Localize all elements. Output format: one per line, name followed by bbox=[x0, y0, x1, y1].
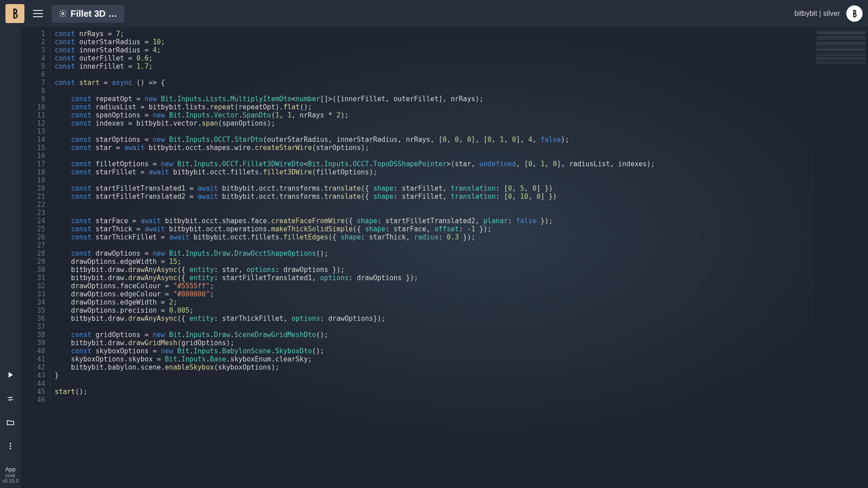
project-title-pill[interactable]: Fillet 3D … bbox=[52, 5, 124, 23]
code-line[interactable] bbox=[55, 209, 814, 217]
code-line[interactable]: drawOptions.edgeColour = "#000000"; bbox=[55, 290, 814, 298]
line-number: 21 bbox=[21, 192, 45, 201]
line-number: 9 bbox=[21, 95, 45, 103]
code-line[interactable]: const innerFillet = 1.7; bbox=[55, 62, 814, 70]
code-line[interactable] bbox=[55, 241, 814, 249]
code-line[interactable]: skyboxOptions.skybox = Bit.Inputs.Base.s… bbox=[55, 355, 814, 363]
code-line[interactable]: const skyboxOptions = new Bit.Inputs.Bab… bbox=[55, 347, 814, 355]
line-number: 39 bbox=[21, 339, 45, 347]
code-line[interactable]: const starOptions = new Bit.Inputs.OCCT.… bbox=[55, 136, 814, 144]
svg-point-2 bbox=[9, 446, 11, 447]
line-number: 24 bbox=[21, 217, 45, 225]
code-line[interactable]: bitbybit.draw.drawGridMesh(gridOptions); bbox=[55, 339, 814, 347]
code-area[interactable]: const nrRays = 7;const outerStarRadius =… bbox=[50, 27, 814, 488]
line-number: 32 bbox=[21, 282, 45, 290]
line-number: 36 bbox=[21, 314, 45, 323]
line-number: 5 bbox=[21, 62, 45, 70]
line-number: 42 bbox=[21, 363, 45, 371]
code-line[interactable]: drawOptions.faceColour = "#5555ff"; bbox=[55, 282, 814, 290]
line-number: 17 bbox=[21, 160, 45, 168]
line-gutter: 1234567891011121314151617181920212223242… bbox=[21, 27, 50, 488]
code-line[interactable] bbox=[55, 87, 814, 95]
code-line[interactable]: const innerStarRadius = 4; bbox=[55, 46, 814, 54]
line-number: 25 bbox=[21, 225, 45, 233]
code-line[interactable] bbox=[55, 323, 814, 331]
code-line[interactable] bbox=[55, 380, 814, 388]
code-line[interactable]: drawOptions.edgeWidth = 2; bbox=[55, 298, 814, 306]
line-number: 30 bbox=[21, 266, 45, 274]
code-line[interactable]: start(); bbox=[55, 388, 814, 396]
code-line[interactable]: bitbybit.draw.drawAnyAsync({ entity: sta… bbox=[55, 266, 814, 274]
editor[interactable]: 1234567891011121314151617181920212223242… bbox=[21, 27, 868, 488]
code-line[interactable] bbox=[55, 152, 814, 160]
code-line[interactable]: drawOptions.edgeWidth = 15; bbox=[55, 258, 814, 266]
logo-icon bbox=[9, 8, 20, 19]
logo-small-icon bbox=[850, 9, 859, 18]
code-line[interactable] bbox=[55, 396, 814, 404]
app-version-box: App core v0.15.0 bbox=[2, 466, 19, 483]
line-number: 13 bbox=[21, 127, 45, 136]
code-line[interactable]: drawOptions.precision = 0.005; bbox=[55, 306, 814, 314]
code-line[interactable]: const radiusList = bitbybit.lists.repeat… bbox=[55, 103, 814, 111]
code-line[interactable] bbox=[55, 70, 814, 79]
menu-button[interactable] bbox=[31, 6, 45, 21]
code-line[interactable]: const starThick = await bitbybit.occt.op… bbox=[55, 225, 814, 233]
line-number: 26 bbox=[21, 233, 45, 241]
app-logo[interactable] bbox=[5, 4, 24, 23]
code-line[interactable]: const nrRays = 7; bbox=[55, 30, 814, 38]
minimap[interactable] bbox=[814, 27, 868, 488]
line-number: 31 bbox=[21, 274, 45, 282]
app-version: v0.15.0 bbox=[2, 478, 19, 483]
code-line[interactable]: const filletOptions = new Bit.Inputs.OCC… bbox=[55, 160, 814, 168]
line-number: 41 bbox=[21, 355, 45, 363]
line-number: 7 bbox=[21, 79, 45, 87]
line-number: 35 bbox=[21, 306, 45, 314]
code-line[interactable]: const starFace = await bitbybit.occt.sha… bbox=[55, 217, 814, 225]
code-line[interactable]: const indexes = bitbybit.vector.span(spa… bbox=[55, 119, 814, 127]
code-line[interactable]: bitbybit.babylon.scene.enableSkybox(skyb… bbox=[55, 363, 814, 371]
svg-point-1 bbox=[9, 443, 11, 445]
code-line[interactable]: const startFilletTranslated1 = await bit… bbox=[55, 184, 814, 192]
code-line[interactable]: bitbybit.draw.drawAnyAsync({ entity: sta… bbox=[55, 314, 814, 323]
folder-icon[interactable] bbox=[5, 418, 16, 427]
code-line[interactable]: const starFillet = await bitbybit.occt.f… bbox=[55, 168, 814, 176]
code-line[interactable]: const starThickFillet = await bitbybit.o… bbox=[55, 233, 814, 241]
code-line[interactable]: bitbybit.draw.drawAnyAsync({ entity: sta… bbox=[55, 274, 814, 282]
svg-point-0 bbox=[62, 13, 64, 15]
more-vert-icon[interactable] bbox=[5, 442, 16, 450]
line-number: 19 bbox=[21, 176, 45, 184]
code-line[interactable]: const star = await bitbybit.occt.shapes.… bbox=[55, 144, 814, 152]
svg-point-3 bbox=[9, 448, 11, 450]
code-line[interactable]: const startFilletTranslated2 = await bit… bbox=[55, 192, 814, 201]
code-line[interactable]: const gridOptions = new Bit.Inputs.Draw.… bbox=[55, 331, 814, 339]
line-number: 28 bbox=[21, 249, 45, 258]
code-line[interactable]: const start = async () => { bbox=[55, 79, 814, 87]
code-line[interactable]: const outerStarRadius = 10; bbox=[55, 38, 814, 46]
line-number: 4 bbox=[21, 54, 45, 62]
avatar[interactable] bbox=[846, 5, 863, 22]
code-line[interactable] bbox=[55, 201, 814, 209]
line-number: 16 bbox=[21, 152, 45, 160]
code-line[interactable]: const outerFillet = 0.6; bbox=[55, 54, 814, 62]
gear-icon bbox=[59, 9, 67, 18]
app-core: core bbox=[2, 473, 19, 478]
swap-icon[interactable] bbox=[5, 394, 16, 403]
code-line[interactable]: } bbox=[55, 371, 814, 380]
line-number: 43 bbox=[21, 371, 45, 380]
code-line[interactable]: const repeatOpt = new Bit.Inputs.Lists.M… bbox=[55, 95, 814, 103]
code-line[interactable]: const spanOptions = new Bit.Inputs.Vecto… bbox=[55, 111, 814, 119]
user-label: bitbybit | silver bbox=[794, 9, 840, 18]
line-number: 10 bbox=[21, 103, 45, 111]
line-number: 11 bbox=[21, 111, 45, 119]
code-line[interactable]: const drawOptions = new Bit.Inputs.Draw.… bbox=[55, 249, 814, 258]
line-number: 14 bbox=[21, 136, 45, 144]
code-line[interactable] bbox=[55, 127, 814, 136]
line-number: 44 bbox=[21, 380, 45, 388]
line-number: 37 bbox=[21, 323, 45, 331]
line-number: 6 bbox=[21, 70, 45, 79]
line-number: 8 bbox=[21, 87, 45, 95]
code-line[interactable] bbox=[55, 176, 814, 184]
line-number: 27 bbox=[21, 241, 45, 249]
line-number: 15 bbox=[21, 144, 45, 152]
play-icon[interactable] bbox=[5, 371, 16, 379]
